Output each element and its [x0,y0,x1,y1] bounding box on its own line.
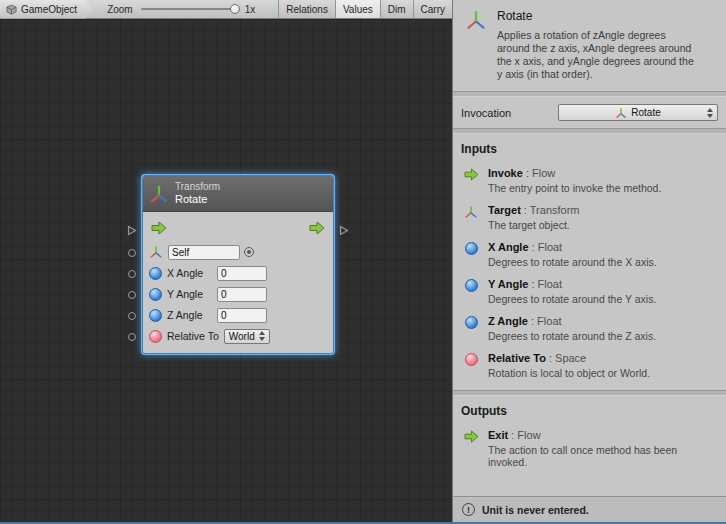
zoom-slider[interactable] [141,8,237,10]
flow-arrow-icon [463,429,479,443]
toolbar-tabs: Relations Values Dim Carry [278,0,452,18]
float-dot-icon [149,267,162,280]
port-name: Relative To [488,352,546,364]
transform-axes-icon [149,184,169,204]
port-name: Exit [488,429,508,441]
port-type: Flow [517,429,540,441]
warning-bar: Unit is never entered. [453,496,726,522]
inspector-spacer [453,479,726,496]
graph-toolbar: GameObject Zoom 1x Relations Values Dim … [0,0,452,19]
inspector-header-text: Rotate Applies a rotation of zAngle degr… [497,9,697,81]
enum-dot-icon [149,330,162,343]
port-name: Invoke [488,167,523,179]
list-item: Y Angle : Float Degrees to rotate around… [453,273,726,310]
warning-text: Unit is never entered. [482,504,589,516]
zoom-slider-knob[interactable] [230,4,240,14]
self-value-port[interactable] [128,249,136,257]
enum-dot-icon [463,352,479,366]
invocation-dropdown[interactable]: Rotate [558,104,718,121]
port-description: The action to call once method has been … [488,444,703,468]
transform-axes-icon [465,9,487,81]
object-picker-icon[interactable] [244,247,254,257]
bolt-editor-window: GameObject Zoom 1x Relations Values Dim … [0,0,726,524]
zoom-value: 1x [245,4,256,15]
y-angle-input[interactable] [217,287,267,302]
port-separator: : [528,315,537,327]
relative-to-row: Relative To World [149,327,327,345]
gameobject-cube-icon [6,4,17,15]
node-flow-row [149,216,327,240]
breadcrumb-label: GameObject [21,4,77,15]
self-object-field[interactable] [168,245,240,260]
port-type: Float [538,278,562,290]
port-description: The target object. [488,219,703,231]
y-angle-label: Y Angle [167,288,217,300]
node-titles: Transform Rotate [175,181,220,206]
port-description: Rotation is local to object or World. [488,367,703,379]
relative-to-dropdown[interactable]: World [224,329,270,344]
port-separator: : [546,352,555,364]
float-dot-icon [149,288,162,301]
zoom-label: Zoom [107,4,133,15]
flow-input-port[interactable] [127,225,137,236]
breadcrumb[interactable]: GameObject [0,0,93,19]
flow-arrow-icon [463,167,479,181]
item-text: Z Angle : Float Degrees to rotate around… [488,315,703,342]
outputs-header: Outputs [453,396,726,424]
rotate-unit-node[interactable]: Transform Rotate [142,175,334,354]
flow-output-port[interactable] [339,225,349,236]
relative-to-dropdown-value: World [229,331,255,342]
inspector-description: Applies a rotation of zAngle degrees aro… [497,29,697,81]
y-angle-value-port[interactable] [128,291,136,299]
list-item: Z Angle : Float Degrees to rotate around… [453,310,726,347]
x-angle-value-port[interactable] [128,270,136,278]
transform-axes-icon [615,107,627,119]
inspector-title: Rotate [497,9,697,23]
node-body: X Angle Y Angle Z Angle [143,212,333,353]
float-dot-icon [463,241,479,255]
tab-values[interactable]: Values [335,0,380,18]
node-header[interactable]: Transform Rotate [143,176,333,212]
node-title: Transform [175,181,220,193]
relative-to-label: Relative To [167,330,219,342]
list-item: Relative To : Space Rotation is local to… [453,347,726,384]
port-description: Degrees to rotate around the Z axis. [488,330,703,342]
dropdown-arrows-icon [707,108,713,118]
exclamation-circle-icon [462,503,475,516]
tab-carry[interactable]: Carry [413,0,452,18]
port-type: Transform [530,204,580,216]
z-angle-value-port[interactable] [128,312,136,320]
invocation-row: Invocation Rotate [453,97,726,128]
transform-axes-icon [149,245,163,259]
item-text: Invoke : Flow The entry point to invoke … [488,167,703,194]
port-name: X Angle [488,241,529,253]
flow-arrow-icon[interactable] [151,221,167,235]
graph-panel: GameObject Zoom 1x Relations Values Dim … [0,0,452,522]
port-separator: : [528,278,537,290]
z-angle-input[interactable] [217,308,267,323]
port-separator: : [508,429,517,441]
list-item: Exit : Flow The action to call once meth… [453,424,726,473]
x-angle-input[interactable] [217,266,267,281]
relative-to-value-port[interactable] [128,333,136,341]
port-name: Z Angle [488,315,528,327]
port-description: Degrees to rotate around the X axis. [488,256,703,268]
tab-dim[interactable]: Dim [380,0,413,18]
self-row [149,243,327,261]
transform-axes-icon [463,204,479,219]
z-angle-label: Z Angle [167,309,217,321]
z-angle-row: Z Angle [149,306,327,324]
graph-canvas[interactable]: Transform Rotate [0,19,452,522]
float-dot-icon [149,309,162,322]
invocation-dropdown-value: Rotate [631,107,660,118]
inspector-header: Rotate Applies a rotation of zAngle degr… [453,0,726,91]
port-type: Space [555,352,586,364]
x-angle-label: X Angle [167,267,217,279]
flow-arrow-icon[interactable] [309,221,325,235]
port-separator: : [521,204,530,216]
invocation-label: Invocation [461,107,511,119]
tab-relations[interactable]: Relations [278,0,335,18]
item-text: X Angle : Float Degrees to rotate around… [488,241,703,268]
dropdown-arrows-icon [259,331,265,341]
unit-inspector-panel: Rotate Applies a rotation of zAngle degr… [452,0,726,522]
